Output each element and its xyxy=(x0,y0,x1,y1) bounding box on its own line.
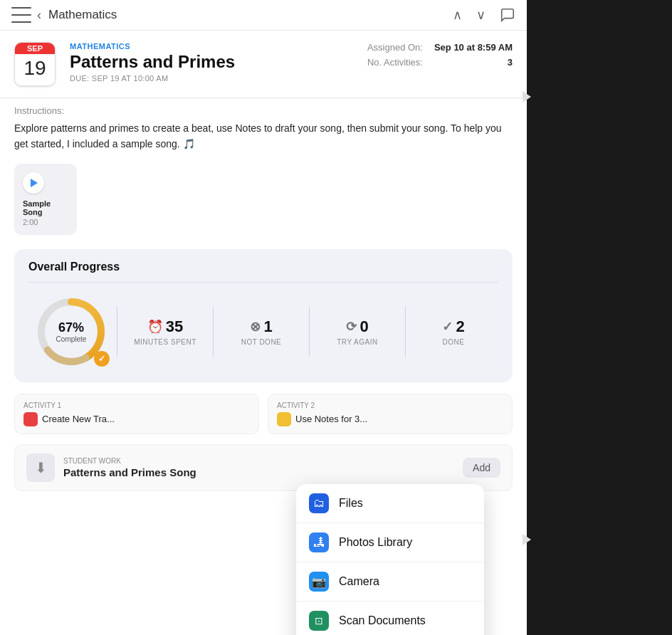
sample-song-card[interactable]: Sample Song 2:00 xyxy=(14,164,77,235)
assigned-on-row: Assigned On: Sep 10 at 8:59 AM xyxy=(367,42,513,53)
donut-center: 67% Complete xyxy=(56,320,87,343)
clock-icon: ⏰ xyxy=(147,319,163,335)
stat-divider-3 xyxy=(309,307,310,357)
stat-not-done-label: NOT DONE xyxy=(222,338,300,346)
stat-done-label: DONE xyxy=(414,338,493,346)
stat-minutes: ⏰ 35 MINUTES SPENT xyxy=(120,318,210,346)
due-date: DUE: SEP 19 AT 10:00 AM xyxy=(70,74,353,83)
activity-card-1[interactable]: ACTIVITY 1 Create New Tra... xyxy=(14,394,259,434)
menu-item-files-label: Files xyxy=(339,497,363,510)
progress-title: Overall Progress xyxy=(28,261,498,273)
donut-percent: 67% xyxy=(56,320,87,335)
work-info: STUDENT WORK Patterns and Primes Song xyxy=(63,457,454,478)
act2-label: ACTIVITY 2 xyxy=(277,402,503,409)
instructions-section: Instructions: Explore patterns and prime… xyxy=(0,98,527,164)
stat-minutes-label: MINUTES SPENT xyxy=(126,338,204,346)
donut-check-icon: ✓ xyxy=(94,351,110,367)
comment-icon[interactable] xyxy=(500,7,515,23)
calendar-icon: SEP 19 xyxy=(14,42,56,86)
menu-item-photos[interactable]: 🏞 Photos Library xyxy=(296,523,484,562)
done-check-icon: ✓ xyxy=(442,319,453,335)
dropdown-menu: 🗂 Files 🏞 Photos Library 📷 Camera ⊡ Scan… xyxy=(296,484,484,635)
breadcrumb-title: Mathematics xyxy=(48,8,117,22)
act2-title-row: Use Notes for 3... xyxy=(277,412,503,426)
stat-done-val: ✓ 2 xyxy=(414,318,493,336)
donut-label: Complete xyxy=(56,335,87,343)
main-panel: ‹ Mathematics ∧ ∨ SEP 19 MATHEMATICS Pat… xyxy=(0,0,527,635)
act1-icon xyxy=(23,412,38,426)
assigned-on-label: Assigned On: xyxy=(367,42,423,53)
stat-try-again: ⟳ 0 TRY AGAIN xyxy=(313,318,402,346)
menu-item-photos-label: Photos Library xyxy=(339,536,412,549)
add-button[interactable]: Add xyxy=(463,458,500,478)
stat-not-done: ⊗ 1 NOT DONE xyxy=(216,318,306,346)
cal-day: 19 xyxy=(15,54,55,82)
work-title: Patterns and Primes Song xyxy=(63,466,454,478)
act1-label: ACTIVITY 1 xyxy=(23,402,250,409)
assignment-meta: Assigned On: Sep 10 at 8:59 AM No. Activ… xyxy=(367,42,513,86)
menu-item-camera-label: Camera xyxy=(339,575,379,588)
nav-down-button[interactable]: ∨ xyxy=(476,7,485,23)
play-button[interactable] xyxy=(23,172,44,194)
top-bar-actions: ∧ ∨ xyxy=(453,7,515,23)
menu-item-scan[interactable]: ⊡ Scan Documents xyxy=(296,602,484,635)
files-icon: 🗂 xyxy=(309,493,329,513)
stat-not-done-val: ⊗ 1 xyxy=(222,318,300,336)
stat-divider-1 xyxy=(117,307,117,357)
progress-section: Overall Progress xyxy=(14,249,513,382)
scan-icon: ⊡ xyxy=(309,611,329,631)
progress-divider xyxy=(28,282,498,283)
not-done-icon: ⊗ xyxy=(250,319,261,335)
menu-item-files[interactable]: 🗂 Files xyxy=(296,484,484,523)
play-triangle-icon xyxy=(31,179,38,187)
no-activities-value: 3 xyxy=(508,57,513,68)
donut-chart: 67% Complete ✓ xyxy=(28,293,114,371)
work-label: STUDENT WORK xyxy=(63,457,454,465)
try-again-icon: ⟳ xyxy=(346,319,357,335)
back-chevron-icon[interactable]: ‹ xyxy=(37,8,41,23)
act1-title: Create New Tra... xyxy=(42,414,115,424)
instructions-label: Instructions: xyxy=(14,105,513,116)
assignment-title: Patterns and Primes xyxy=(70,52,353,72)
menu-item-scan-label: Scan Documents xyxy=(339,614,426,627)
top-arrow-pointer xyxy=(523,91,531,103)
media-duration: 2:00 xyxy=(23,218,68,226)
menu-item-camera[interactable]: 📷 Camera xyxy=(296,562,484,602)
camera-icon: 📷 xyxy=(309,572,329,592)
add-arrow-pointer xyxy=(523,534,531,545)
stat-divider-2 xyxy=(213,307,214,357)
dark-panel xyxy=(527,0,672,635)
sidebar-toggle-button[interactable] xyxy=(11,7,31,23)
top-bar: ‹ Mathematics ∧ ∨ xyxy=(0,0,527,31)
work-icon: ⬇ xyxy=(26,453,55,482)
act2-title: Use Notes for 3... xyxy=(295,414,367,424)
nav-up-button[interactable]: ∧ xyxy=(453,7,462,23)
activities-row: ACTIVITY 1 Create New Tra... ACTIVITY 2 … xyxy=(0,394,527,444)
activity-card-2[interactable]: ACTIVITY 2 Use Notes for 3... xyxy=(268,394,513,434)
media-title: Sample Song xyxy=(23,199,68,216)
assignment-header: SEP 19 MATHEMATICS Patterns and Primes D… xyxy=(0,31,527,98)
no-activities-label: No. Activities: xyxy=(367,57,423,68)
stat-done: ✓ 2 DONE xyxy=(409,318,498,346)
act1-title-row: Create New Tra... xyxy=(23,412,250,426)
instructions-text: Explore patterns and primes to create a … xyxy=(14,120,513,152)
stat-try-again-label: TRY AGAIN xyxy=(318,338,397,346)
assigned-on-value: Sep 10 at 8:59 AM xyxy=(434,42,513,53)
stat-minutes-val: ⏰ 35 xyxy=(126,318,204,336)
stat-divider-4 xyxy=(405,307,406,357)
assignment-info: MATHEMATICS Patterns and Primes DUE: SEP… xyxy=(70,42,353,86)
progress-stats: 67% Complete ✓ ⏰ 35 MINUTES SPENT ⊗ 1 xyxy=(28,293,498,371)
act2-icon xyxy=(277,412,291,426)
cal-month: SEP xyxy=(15,43,55,54)
photos-icon: 🏞 xyxy=(309,532,329,552)
no-activities-row: No. Activities: 3 xyxy=(367,57,513,68)
subject-label: MATHEMATICS xyxy=(70,42,353,51)
stat-try-again-val: ⟳ 0 xyxy=(318,318,397,336)
